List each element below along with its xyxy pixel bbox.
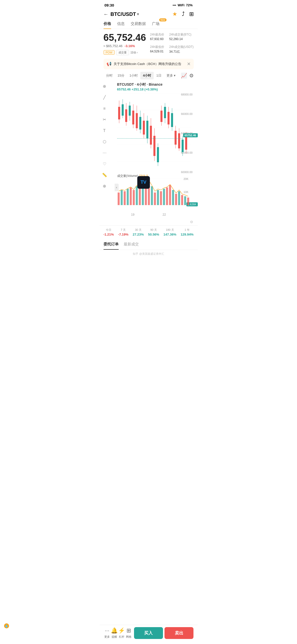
tab-plaza[interactable]: 广场 New — [152, 19, 159, 29]
svg-rect-11 — [125, 109, 127, 122]
perf-180d: 180 天 147.36% — [163, 228, 176, 236]
stat-col-left: 24h最高价 67,932.60 24h最低价 64,529.01 — [150, 33, 164, 55]
svg-rect-58 — [154, 192, 156, 205]
chart-settings-bottom-icon[interactable]: ☼ — [189, 219, 194, 224]
header-title-area[interactable]: BTC/USDT ▾ — [111, 11, 170, 17]
announcement-icon: 📢 — [107, 61, 112, 66]
chart-type-icon[interactable]: 📈 — [181, 73, 187, 79]
svg-rect-57 — [151, 186, 153, 205]
signal-icon: ▪▪▪ — [173, 3, 176, 7]
chart-tools: ⊕ ╱ ≡ ✂ T ⬡ ⋯ ♡ 📏 ⊕ — [101, 83, 108, 190]
svg-rect-66 — [178, 191, 180, 205]
stat-high24h-val: 67,932.60 — [150, 37, 163, 41]
svg-rect-17 — [136, 113, 138, 128]
tab-recent-trades[interactable]: 最新成交 — [124, 242, 139, 250]
star-icon[interactable]: ★ — [172, 11, 177, 17]
share-icon[interactable]: ⤴ — [182, 11, 185, 17]
svg-rect-60 — [160, 191, 162, 205]
tf-1hour[interactable]: 1小时 — [127, 72, 140, 79]
chart-settings-icon[interactable]: ⚙ — [189, 73, 194, 79]
tab-price[interactable]: 价格 — [104, 19, 111, 29]
tf-1day[interactable]: 1日 — [154, 72, 164, 79]
svg-rect-9 — [122, 104, 124, 116]
tf-4hour[interactable]: 4小时 — [140, 72, 154, 79]
line-tool[interactable]: ╱ — [101, 94, 108, 101]
scissors-tool[interactable]: ✂ — [101, 116, 108, 123]
svg-rect-61 — [163, 189, 165, 205]
tab-info[interactable]: 信息 — [117, 19, 125, 29]
svg-rect-23 — [146, 121, 148, 138]
price-subtitle: ≈ $65,752.46 -3.16% — [104, 44, 146, 48]
filter-tool[interactable]: ⋯ — [101, 149, 108, 156]
svg-rect-69 — [187, 198, 189, 205]
tab-order-book[interactable]: 委托订单 — [104, 242, 119, 250]
chart-title: BTCUSDT · 4小时 · Binance — [117, 82, 162, 87]
svg-rect-46 — [118, 192, 120, 205]
chart-price-label: 65752.46 +251.18 (+0.38%) — [117, 87, 158, 91]
svg-rect-13 — [129, 106, 131, 116]
tradingview-logo: TV — [137, 176, 150, 189]
stat-high24h-label: 24h最高价 — [150, 33, 164, 37]
tag-volume[interactable]: 成交量 — [116, 50, 129, 55]
stat-volume24h-label: 24h成交量(BTC) — [169, 33, 194, 37]
svg-rect-68 — [184, 196, 186, 205]
svg-rect-27 — [153, 136, 155, 156]
text-tool[interactable]: T — [101, 127, 108, 134]
svg-rect-21 — [143, 121, 145, 135]
announcement-bar: 📢 关于支持Bitcoin Cash（BCH）网络升级的公告 ✕ — [104, 59, 194, 69]
back-button[interactable]: ← — [104, 11, 109, 17]
candlestick-chart — [117, 93, 191, 179]
perf-1y: 1 年 129.94% — [181, 228, 193, 236]
tab-bar: 价格 信息 交易数据 广场 New — [100, 19, 198, 29]
stat-low24h: 24h最低价 64,529.01 — [150, 45, 164, 53]
svg-rect-39 — [175, 131, 177, 145]
heart-tool[interactable]: ♡ — [101, 160, 108, 168]
stat-low24h-val: 64,529.01 — [150, 50, 163, 53]
crosshair-tool[interactable]: ⊕ — [101, 83, 108, 90]
price-stats: 24h最高价 67,932.60 24h最低价 64,529.01 24h成交量… — [150, 33, 194, 55]
svg-rect-49 — [127, 189, 129, 205]
svg-rect-25 — [150, 126, 152, 145]
close-announcement-button[interactable]: ✕ — [187, 61, 191, 67]
status-icons: ▪▪▪ WiFi 72% — [173, 3, 192, 7]
stat-col-right: 24h成交量(BTC) 52,260.14 24h成交额(USDT) 34.71… — [169, 33, 194, 55]
svg-rect-33 — [164, 107, 166, 118]
svg-rect-37 — [171, 113, 173, 127]
tf-more[interactable]: 更多 ▾ — [164, 72, 178, 79]
volume-section: 成交量(Volume) SMA 9 20K 10K 2.626K TV — [117, 172, 198, 211]
tag-pow[interactable]: POW — [104, 50, 115, 55]
tab-trading[interactable]: 交易数据 — [131, 19, 146, 29]
lines-tool[interactable]: ≡ — [101, 105, 108, 112]
price-main: 65,752.46 ≈ $65,752.46 -3.16% POW 成交量 活动… — [104, 33, 146, 55]
perf-30d: 30 天 27.23% — [133, 228, 144, 236]
svg-rect-67 — [181, 195, 183, 205]
main-price: 65,752.46 — [104, 33, 146, 43]
stat-turnover24h: 24h成交额(USDT) 34.71亿 — [169, 45, 194, 54]
svg-rect-62 — [166, 187, 168, 205]
status-time: 09:30 — [105, 3, 114, 7]
svg-rect-15 — [132, 111, 134, 124]
header: ← BTC/USDT ▾ ★ ⤴ ⊞ — [100, 9, 198, 19]
node-tool[interactable]: ⬡ — [101, 138, 108, 145]
ruler-tool[interactable]: 📏 — [101, 172, 108, 179]
collapse-volume-button[interactable]: ‹ — [115, 184, 119, 191]
stat-turnover24h-val: 34.71亿 — [169, 50, 180, 53]
chart-timeframe-bar: 分时 15分 1小时 4小时 1日 更多 ▾ 📈 ⚙ — [100, 71, 198, 80]
grid-icon[interactable]: ⊞ — [189, 11, 194, 17]
svg-rect-31 — [160, 111, 162, 122]
chart-container[interactable]: ⊕ ╱ ≡ ✂ T ⬡ ⋯ ♡ 📏 ⊕ BTCUSDT · 4小时 · Bina… — [100, 80, 198, 211]
tag-activity[interactable]: 活动 › — [130, 51, 138, 54]
perf-today-val: -1.21% — [104, 233, 114, 236]
svg-rect-29 — [157, 147, 159, 162]
zoom-tool[interactable]: ⊕ — [101, 183, 108, 190]
svg-rect-35 — [168, 112, 170, 124]
svg-rect-19 — [139, 117, 141, 130]
svg-rect-51 — [133, 190, 135, 205]
watermark: 知乎 @美国嘉盛证券外汇 — [100, 250, 198, 276]
svg-rect-65 — [175, 194, 177, 205]
tf-fen-shi[interactable]: 分时 — [104, 72, 115, 79]
stat-volume24h-val: 52,260.14 — [169, 37, 183, 41]
tf-15min[interactable]: 15分 — [115, 72, 127, 79]
announcement-text: 关于支持Bitcoin Cash（BCH）网络升级的公告 — [114, 62, 185, 66]
perf-90d-val: 50.56% — [148, 233, 159, 236]
